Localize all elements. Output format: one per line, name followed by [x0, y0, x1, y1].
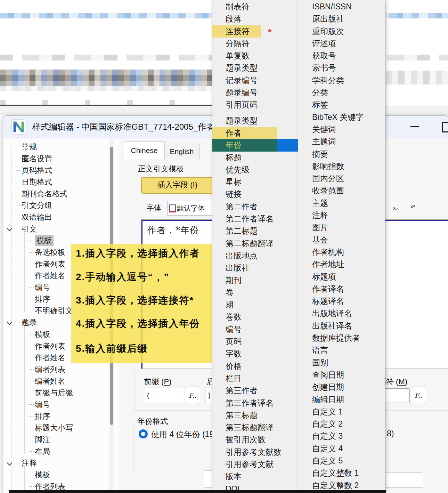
menu-item-field[interactable]: 连接符*	[212, 25, 298, 38]
menu-item-field[interactable]: 分类	[298, 87, 385, 99]
menu-item-field[interactable]: 年份	[212, 139, 298, 151]
prefix-format-button[interactable]: F..	[185, 387, 200, 404]
radio-4-digit-year[interactable]	[139, 429, 148, 438]
prefix-input[interactable]: (	[144, 388, 184, 403]
sidebar-item[interactable]: 模板	[4, 469, 119, 481]
tab-chinese[interactable]: Chinese	[124, 142, 165, 159]
menu-item-field[interactable]: 第二标题翻译	[212, 237, 298, 250]
menu-item-field[interactable]: 记录编号	[212, 74, 298, 87]
sidebar-item[interactable]: 前缀与后缀	[4, 387, 119, 399]
menu-item-field[interactable]: 星标	[212, 176, 298, 188]
menu-item-field[interactable]: 卷	[212, 286, 298, 299]
chevron-down-icon[interactable]	[7, 460, 13, 466]
menu-item-field[interactable]: 期	[212, 299, 298, 311]
menu-item-field[interactable]: 国别	[298, 357, 385, 369]
menu-item-field[interactable]: 关键词	[298, 123, 385, 136]
menu-item-field[interactable]: 链接	[212, 188, 298, 200]
sidebar-item[interactable]: 页码格式	[4, 164, 119, 176]
menu-item-field[interactable]: 出版社	[212, 262, 298, 274]
menu-item-field[interactable]: 单复数	[212, 50, 298, 62]
menu-item-field[interactable]: 标题译名	[298, 295, 385, 307]
menu-item-field[interactable]: 第三标题翻译	[212, 421, 298, 434]
menu-item-field[interactable]: 栏目	[212, 372, 298, 385]
menu-item-field[interactable]: 出版社译名	[298, 320, 385, 332]
menu-item-field[interactable]: 标题项	[298, 271, 385, 283]
menu-item-field[interactable]: 数据库提供者	[298, 332, 385, 344]
menu-item-field[interactable]: 语言	[298, 344, 385, 356]
menu-item-field[interactable]: 主题	[298, 197, 385, 209]
menu-item-field[interactable]: 基金	[298, 234, 385, 246]
menu-item-field[interactable]: 自定义 3	[298, 430, 385, 442]
menu-item-field[interactable]: 学科分类	[298, 74, 385, 87]
menu-item-field[interactable]: 注释	[298, 209, 385, 221]
menu-item-field[interactable]: 编号	[212, 323, 298, 336]
menu-item-field[interactable]: 第三标题	[212, 409, 298, 421]
menu-item-field[interactable]: 标签	[298, 99, 385, 111]
sidebar-item[interactable]: 双语输出	[4, 211, 119, 223]
menu-item-field[interactable]: 卷数	[212, 311, 298, 323]
sidebar-item[interactable]: 布局	[4, 446, 119, 458]
menu-item-field[interactable]: 分隔符	[212, 38, 298, 50]
tab-english[interactable]: English	[164, 144, 199, 159]
menu-item-field[interactable]: 优先级	[212, 164, 298, 176]
menu-item-field[interactable]: 编辑日期	[298, 394, 385, 406]
chevron-down-icon[interactable]	[7, 320, 13, 325]
sidebar-item[interactable]: 标题大小写	[4, 422, 119, 434]
menu-item-field[interactable]: 索书号	[298, 62, 385, 74]
menu-item-field[interactable]: 页码	[212, 336, 298, 348]
menu-item-field[interactable]: 制表符	[212, 1, 298, 13]
maximize-button[interactable]	[442, 122, 448, 132]
menu-item-field[interactable]: BibTeX 关键字	[298, 111, 385, 123]
menu-item-field[interactable]: 原出版社	[298, 13, 385, 25]
superscript-icon[interactable]: x²	[410, 203, 415, 209]
minimize-button[interactable]	[410, 126, 419, 127]
menu-item-field[interactable]: 引用页码	[212, 99, 298, 111]
menu-item-field[interactable]: ISBN/ISSN	[298, 1, 385, 13]
menu-item-field[interactable]: 题录类型	[212, 62, 298, 74]
menu-item-field[interactable]: 段落	[212, 13, 298, 25]
menu-item-field[interactable]: 图片	[298, 221, 385, 234]
sidebar-item[interactable]: 编者列表	[4, 364, 119, 375]
menu-item-field[interactable]: 摘要	[298, 148, 385, 160]
menu-item-field[interactable]: 作者地址	[298, 258, 385, 270]
menu-item-field[interactable]: 影响指数	[298, 160, 385, 172]
menu-item-field[interactable]: 自定义整数 1	[298, 467, 385, 479]
sidebar-item[interactable]: 编号	[4, 399, 119, 411]
menu-item-field[interactable]: 第二作者	[212, 201, 298, 213]
menu-item-field[interactable]: 标题	[212, 152, 298, 164]
separator-format-button[interactable]: F..	[411, 387, 426, 404]
menu-item-field[interactable]: 创建日期	[298, 381, 385, 393]
menu-item-field[interactable]: 被引用次数	[212, 434, 298, 446]
sidebar-item[interactable]: 注释	[4, 458, 119, 469]
menu-item-field[interactable]: 自定义 1	[298, 406, 385, 418]
sidebar-item[interactable]: 排序	[4, 411, 119, 422]
sidebar-item[interactable]: 日期格式	[4, 176, 119, 188]
menu-item-field[interactable]: 国内分区	[298, 172, 385, 185]
menu-item-field[interactable]: 获取号	[298, 50, 385, 62]
insert-field-button[interactable]: 插入字段 (I)	[141, 177, 214, 194]
menu-item-field[interactable]: 期刊	[212, 274, 298, 286]
menu-item-field[interactable]: 出版地点	[212, 250, 298, 262]
menu-item-field[interactable]: 自定义 2	[298, 418, 385, 430]
font-combobox[interactable]: 默认字体	[167, 201, 213, 216]
menu-item-field[interactable]: 字数	[212, 348, 298, 360]
sidebar-item[interactable]: 匿名设置	[4, 153, 119, 165]
sidebar-item[interactable]: 脚注	[4, 434, 119, 446]
menu-item-field[interactable]: 作者译名	[298, 283, 385, 295]
sidebar-item[interactable]: 引文	[4, 223, 119, 235]
sidebar-item[interactable]: 常规	[4, 141, 119, 153]
menu-item-field[interactable]: 自定义 5	[298, 455, 385, 467]
menu-item-field[interactable]: 价格	[212, 360, 298, 372]
menu-item-field[interactable]: 第二作者译名	[212, 213, 298, 225]
menu-item-field[interactable]: 查阅日期	[298, 369, 385, 381]
menu-item-field[interactable]: 引用参考文献数	[212, 446, 298, 458]
menu-item-field[interactable]: 题录类型	[212, 115, 298, 127]
menu-item-field[interactable]: 作者机构	[298, 246, 385, 258]
menu-item-field[interactable]: 第三作者译名	[212, 397, 298, 409]
menu-item-field[interactable]: 第二标题	[212, 225, 298, 237]
menu-item-field[interactable]: 引用参考文献	[212, 458, 298, 470]
bottom-partial-control-right[interactable]	[384, 472, 423, 488]
sidebar-item[interactable]: 编者姓名	[4, 375, 119, 387]
menu-item-field[interactable]: 收录范围	[298, 185, 385, 197]
subscript-icon[interactable]: x₂	[393, 205, 398, 211]
